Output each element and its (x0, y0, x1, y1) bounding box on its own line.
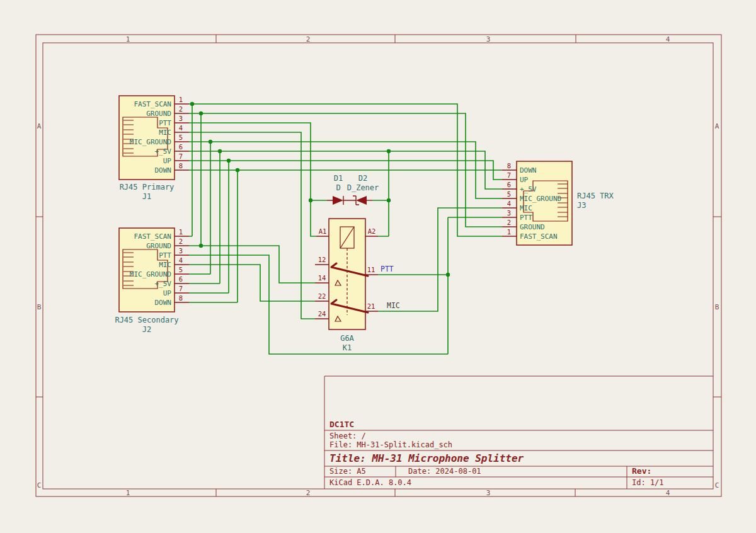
j2-pin-number: 6 (179, 275, 183, 283)
j2-pin-name: MIC (159, 261, 171, 269)
j3-pin-name: MIC_GROUND (520, 195, 561, 203)
junction-dot (199, 112, 203, 115)
j1-pin-name: FAST_SCAN (134, 100, 171, 108)
component-k1[interactable]: A1 A2 12 14 22 24 11 21 G6A K1 (315, 219, 378, 352)
zone-col-label: 3 (486, 35, 491, 43)
j3-pin-number: 3 (507, 209, 511, 217)
j3-pin-number: 6 (507, 181, 511, 188)
zone-row-label: A (37, 122, 42, 130)
title-block-date: Date: 2024-08-01 (408, 467, 481, 476)
j1-pin-number: 5 (179, 134, 183, 141)
title-block-id: Id: 1/1 (632, 478, 664, 487)
j1-reference[interactable]: J1 (142, 192, 151, 201)
junction-dot (309, 198, 312, 202)
j2-pin-name: +_5V (155, 280, 172, 288)
j2-pin-name: PTT (159, 251, 171, 260)
k1-pin-11: 11 (367, 266, 375, 273)
diode-icon[interactable] (333, 196, 343, 205)
j3-pin-name: +_5V (520, 185, 537, 193)
zone-row-label: B (715, 303, 719, 311)
j2-pin-number: 1 (179, 228, 183, 236)
d1-value[interactable]: D (336, 183, 340, 192)
d2-reference[interactable]: D2 (358, 174, 367, 183)
j1-pin-number: 3 (179, 115, 183, 122)
j1-pin-number: 2 (179, 105, 183, 113)
j3-reference[interactable]: J3 (577, 201, 586, 210)
j1-pin-number: 1 (179, 96, 183, 103)
j3-pin-number: 7 (507, 171, 511, 179)
junction-dot (227, 159, 231, 163)
zone-row-label: A (715, 122, 719, 130)
junction-dot (190, 102, 194, 106)
j2-pin-number: 2 (179, 238, 183, 245)
j2-pin-name: GROUND (146, 242, 171, 250)
title-block-tool: KiCad E.D.A. 8.0.4 (329, 478, 411, 487)
junction-dot (199, 244, 203, 248)
zone-col-label: 4 (666, 489, 670, 497)
j3-pin-number: 8 (507, 162, 511, 169)
title-block-company: DC1TC (329, 420, 354, 429)
zone-row-label: C (715, 481, 719, 490)
j2-reference[interactable]: J2 (142, 325, 151, 334)
title-block-rev: Rev: (632, 466, 651, 476)
j3-pin-name: MIC (520, 204, 532, 212)
zone-col-label: 2 (306, 489, 311, 497)
j2-value[interactable]: RJ45 Secondary (115, 316, 178, 324)
k1-pin-14: 14 (318, 274, 326, 282)
j3-pin-number: 4 (507, 200, 511, 207)
component-j2[interactable]: 1 2 3 4 5 6 7 8 FAST_SCAN GROUND PTT MIC… (115, 228, 189, 334)
j2-pin-number: 5 (179, 266, 183, 273)
j1-pin-name: MIC_GROUND (130, 138, 171, 146)
component-j1[interactable]: 1 2 3 4 5 6 7 8 FAST_SCAN GROUND PTT MIC… (119, 96, 189, 201)
j1-pin-number: 8 (179, 162, 183, 169)
j3-pin-name: UP (520, 176, 529, 184)
j3-pin-name: DOWN (520, 166, 537, 175)
j3-value[interactable]: RJ45 TRX (577, 192, 614, 200)
d1-reference[interactable]: D1 (334, 174, 343, 183)
j3-pin-name: FAST_SCAN (520, 232, 558, 241)
junction-dot (387, 149, 391, 153)
net-label-ptt[interactable]: PTT (381, 265, 394, 273)
junction-dot (209, 140, 212, 144)
j2-pin-number: 7 (179, 285, 183, 292)
k1-value[interactable]: G6A (340, 334, 354, 343)
j1-pin-number: 6 (179, 143, 183, 151)
j1-pin-name: UP (163, 157, 172, 165)
junction-dot (387, 198, 391, 202)
j2-pin-number: 4 (179, 256, 183, 264)
k1-pin-22: 22 (318, 292, 326, 300)
j1-pin-number: 7 (179, 152, 183, 160)
k1-pin-12: 12 (318, 256, 326, 263)
k1-pin-24: 24 (318, 310, 326, 318)
zone-col-label: 3 (486, 489, 491, 497)
zener-diode-icon[interactable] (356, 196, 367, 205)
net-label-mic[interactable]: MIC (387, 301, 400, 310)
j3-pin-number: 1 (507, 228, 511, 236)
j1-pin-name: +_5V (155, 147, 172, 156)
wire-net-ptt-j1[interactable] (189, 123, 327, 236)
j2-pin-number: 8 (179, 294, 183, 302)
title-block-file: File: MH-31-Split.kicad_sch (329, 440, 452, 449)
j2-pin-name: UP (163, 289, 172, 297)
k1-reference[interactable]: K1 (343, 343, 352, 352)
j3-pin-name: GROUND (520, 223, 545, 231)
title-block: DC1TC Sheet: / File: MH-31-Split.kicad_s… (324, 376, 713, 489)
zone-col-label: 2 (306, 35, 311, 43)
junction-dot (236, 168, 239, 172)
k1-pin-21: 21 (367, 302, 375, 310)
j1-value[interactable]: RJ45 Primary (120, 183, 175, 192)
k1-pin-a1: A1 (319, 227, 327, 235)
d2-value[interactable]: D_Zener (347, 183, 379, 192)
zone-row-label: B (37, 303, 42, 311)
title-block-lines (324, 376, 713, 489)
component-j3[interactable]: 8 7 6 5 4 3 2 1 DOWN UP +_5V MIC_GROUND … (502, 161, 614, 245)
j2-pin-name: DOWN (155, 299, 172, 307)
k1-pin-a2: A2 (368, 227, 376, 235)
j1-pin-name: GROUND (146, 110, 171, 118)
j1-pin-name: DOWN (155, 166, 172, 175)
title-block-title: Title: MH-31 Microphone Splitter (329, 452, 524, 464)
j2-pin-name: MIC_GROUND (130, 270, 171, 278)
zone-col-label: 4 (666, 35, 670, 43)
j3-pin-number: 2 (507, 219, 511, 226)
junction-dot (446, 273, 450, 277)
